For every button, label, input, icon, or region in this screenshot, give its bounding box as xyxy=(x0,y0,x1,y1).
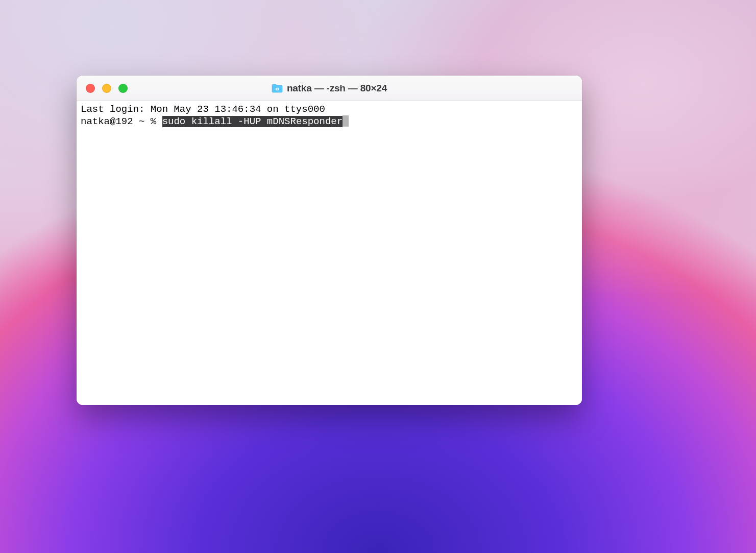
prompt-line: natka@192 ~ % sudo killall -HUP mDNSResp… xyxy=(81,115,578,128)
cursor xyxy=(343,115,349,127)
terminal-content[interactable]: Last login: Mon May 23 13:46:34 on ttys0… xyxy=(77,101,582,405)
terminal-window[interactable]: natka — -zsh — 80×24 Last login: Mon May… xyxy=(77,76,582,405)
command-text[interactable]: sudo killall -HUP mDNSResponder xyxy=(162,116,343,127)
traffic-lights xyxy=(77,84,128,93)
window-titlebar[interactable]: natka — -zsh — 80×24 xyxy=(77,76,582,101)
last-login-line: Last login: Mon May 23 13:46:34 on ttys0… xyxy=(81,103,578,115)
svg-rect-0 xyxy=(276,88,279,90)
maximize-button[interactable] xyxy=(118,84,128,93)
folder-icon xyxy=(272,84,283,93)
window-title: natka — -zsh — 80×24 xyxy=(287,83,387,94)
close-button[interactable] xyxy=(86,84,95,93)
minimize-button[interactable] xyxy=(102,84,111,93)
title-center: natka — -zsh — 80×24 xyxy=(77,83,582,94)
shell-prompt: natka@192 ~ % xyxy=(81,116,162,127)
svg-point-1 xyxy=(277,88,278,89)
